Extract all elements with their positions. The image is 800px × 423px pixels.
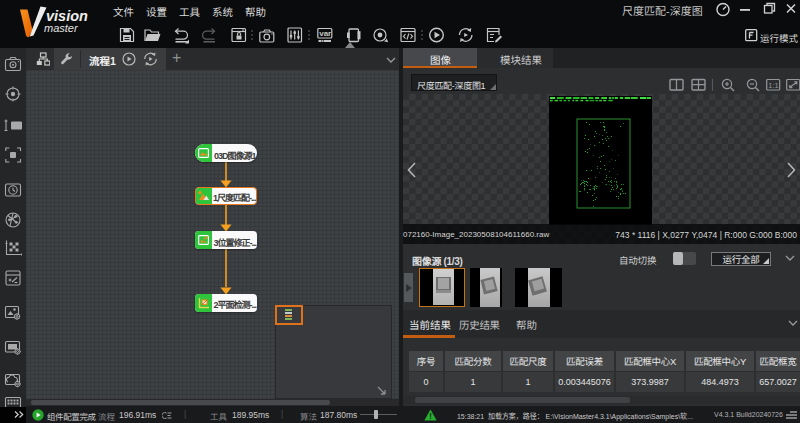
svg-text:var: var [319, 29, 331, 38]
svg-text:master: master [44, 22, 79, 34]
svg-text:1:1: 1:1 [768, 81, 778, 90]
